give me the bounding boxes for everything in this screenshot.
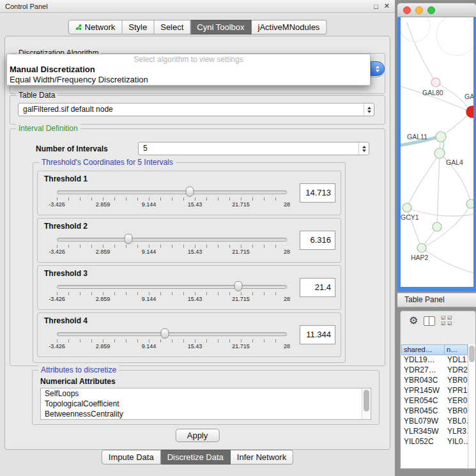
tab-discretize-data[interactable]: Discretize Data bbox=[161, 450, 231, 464]
table-row[interactable]: YDL19…YDL1… bbox=[401, 355, 468, 365]
table-row[interactable]: YBL079WYBL0… bbox=[401, 417, 468, 427]
table-row[interactable]: YBR043CYBR0… bbox=[401, 376, 468, 386]
cell[interactable]: YBR0… bbox=[445, 406, 468, 417]
network-node[interactable] bbox=[434, 148, 445, 158]
tick-label: 15.43 bbox=[188, 201, 203, 208]
tab-impute-data[interactable]: Impute Data bbox=[102, 450, 161, 464]
cell[interactable]: YPR145W bbox=[401, 386, 445, 396]
table-row[interactable]: YLR345WYLR3… bbox=[401, 427, 468, 437]
tab-cyni-toolbox[interactable]: Cyni Toolbox bbox=[190, 20, 251, 35]
cell[interactable]: YDR2… bbox=[445, 365, 468, 376]
cell[interactable]: YPR1… bbox=[445, 386, 468, 396]
tick-label: 9.144 bbox=[142, 343, 157, 349]
checkbox-icon[interactable]: ☑ bbox=[441, 321, 447, 326]
network-node[interactable] bbox=[466, 199, 473, 208]
table-row[interactable]: YER054CYER0… bbox=[401, 396, 468, 406]
cell[interactable]: YIL052C bbox=[401, 437, 445, 447]
combobox-stepper-icon[interactable] bbox=[371, 61, 385, 76]
tick-label: -3.426 bbox=[49, 201, 65, 208]
table-row[interactable]: YBR045CYBR0… bbox=[401, 406, 468, 417]
cell[interactable]: YER0… bbox=[445, 396, 468, 406]
threshold-value-field[interactable]: 6.316 bbox=[300, 231, 335, 250]
cell[interactable]: YIL0… bbox=[445, 437, 468, 447]
scrollbar-thumb[interactable] bbox=[364, 390, 369, 411]
apply-button[interactable]: Apply bbox=[176, 429, 220, 442]
combobox-stepper-icon[interactable] bbox=[358, 142, 369, 155]
slider-thumb[interactable] bbox=[234, 281, 243, 291]
network-node[interactable] bbox=[417, 243, 426, 252]
slider-track[interactable] bbox=[57, 332, 287, 336]
thresholds-group: Threshold's Coordinates for 5 Intervals … bbox=[33, 162, 346, 363]
network-canvas[interactable]: GAL80 GA GAL11 GAL4 GCY1 HAP2 bbox=[401, 17, 473, 287]
tab-style[interactable]: Style bbox=[122, 20, 154, 35]
table-row[interactable]: YPR145WYPR1… bbox=[401, 386, 468, 396]
number-of-intervals-combobox[interactable]: 5 bbox=[138, 142, 369, 155]
network-node[interactable] bbox=[433, 222, 441, 231]
cell[interactable]: YDL19… bbox=[401, 355, 445, 365]
close-traffic-light-icon[interactable] bbox=[403, 6, 411, 14]
threshold-slider[interactable]: -3.426 2.859 9.144 15.43 21.715 28 bbox=[57, 281, 287, 307]
checkbox-icon[interactable]: ☑ bbox=[447, 315, 454, 321]
table-data-combobox[interactable]: galFiltered.sif default node bbox=[18, 103, 374, 116]
network-node[interactable] bbox=[431, 78, 440, 87]
float-window-icon[interactable]: □ bbox=[374, 3, 378, 10]
network-node[interactable] bbox=[403, 203, 411, 212]
dropdown-option-equal-width-frequency[interactable]: Equal Width/Frequency Discretization bbox=[7, 75, 370, 85]
threshold-slider[interactable]: -3.426 2.859 9.144 15.43 21.715 28 bbox=[57, 328, 287, 354]
tab-infer-network[interactable]: Infer Network bbox=[231, 450, 293, 464]
group-title: Attributes to discretize bbox=[38, 365, 119, 374]
threshold-slider[interactable]: -3.426 2.859 9.144 15.43 21.715 28 bbox=[57, 234, 287, 259]
slider-thumb[interactable] bbox=[185, 187, 194, 197]
list-item[interactable]: SelfLoops bbox=[41, 388, 371, 399]
combobox-stepper-icon[interactable] bbox=[364, 104, 374, 116]
columns-icon[interactable] bbox=[424, 316, 435, 326]
list-item[interactable]: BetweennessCentrality bbox=[41, 409, 371, 419]
slider-thumb[interactable] bbox=[161, 328, 169, 339]
table-row[interactable]: YDR27…YDR2… bbox=[401, 365, 468, 376]
cell[interactable]: YBL079W bbox=[401, 417, 445, 427]
column-header-name[interactable]: n… bbox=[445, 344, 468, 355]
cell[interactable]: YBL0… bbox=[445, 417, 468, 427]
list-item[interactable]: TopologicalCoefficient bbox=[41, 399, 371, 409]
checkbox-icon[interactable]: ☑ bbox=[447, 321, 454, 326]
column-header-shared-name[interactable]: shared… bbox=[401, 344, 445, 355]
close-icon[interactable]: ✕ bbox=[384, 2, 390, 10]
slider-track[interactable] bbox=[57, 190, 287, 194]
gear-icon[interactable]: ⚙ bbox=[409, 316, 418, 326]
numerical-attributes-list[interactable]: SelfLoops TopologicalCoefficient Between… bbox=[40, 388, 371, 420]
cell[interactable]: YDL1… bbox=[445, 355, 468, 365]
cell[interactable]: YDR27… bbox=[401, 365, 445, 376]
cell[interactable]: YBR043C bbox=[401, 376, 445, 386]
network-node[interactable] bbox=[436, 132, 446, 142]
minimize-traffic-light-icon[interactable] bbox=[415, 6, 423, 14]
background-arc bbox=[436, 17, 473, 56]
cell[interactable]: YER054C bbox=[401, 396, 445, 406]
threshold-slider[interactable]: -3.426 2.859 9.144 15.43 21.715 28 bbox=[57, 187, 287, 212]
tick-label: 2.859 bbox=[96, 343, 111, 349]
slider-tick-labels: -3.426 2.859 9.144 15.43 21.715 28 bbox=[57, 201, 287, 208]
cell[interactable]: YBR045C bbox=[401, 406, 445, 417]
number-of-intervals-label: Number of Intervals bbox=[36, 144, 108, 153]
checkbox-icon[interactable]: ☑ bbox=[441, 315, 447, 321]
tab-jactivemnodules[interactable]: jActiveMNodules bbox=[252, 20, 327, 35]
interval-definition-group: Interval Definition Number of Intervals … bbox=[10, 128, 385, 366]
slider-thumb[interactable] bbox=[124, 234, 132, 244]
slider-tick-labels: -3.426 2.859 9.144 15.43 21.715 28 bbox=[57, 343, 287, 350]
tab-select[interactable]: Select bbox=[154, 20, 190, 35]
tab-network[interactable]: Network bbox=[68, 20, 123, 35]
cell[interactable]: YBR0… bbox=[445, 376, 468, 386]
list-scrollbar[interactable] bbox=[362, 388, 371, 419]
zoom-traffic-light-icon[interactable] bbox=[427, 6, 435, 14]
scrollbar-thumb[interactable] bbox=[469, 346, 475, 362]
table-row[interactable]: YIL052CYIL0… bbox=[401, 437, 468, 447]
dropdown-option-manual-discretization[interactable]: Manual Discretization bbox=[7, 65, 370, 75]
table-scrollbar[interactable] bbox=[468, 344, 475, 468]
select-columns-checkbox-icons[interactable]: ☑ ☑ ☑ ☑ bbox=[441, 315, 454, 326]
threshold-value-field[interactable]: 14.713 bbox=[300, 183, 335, 203]
cell[interactable]: YLR3… bbox=[445, 427, 468, 437]
cell[interactable]: YLR345W bbox=[401, 427, 445, 437]
threshold-value-field[interactable]: 21.4 bbox=[300, 278, 335, 297]
slider-track[interactable] bbox=[57, 238, 287, 242]
slider-track[interactable] bbox=[57, 285, 287, 289]
threshold-value-field[interactable]: 11.344 bbox=[300, 325, 335, 344]
